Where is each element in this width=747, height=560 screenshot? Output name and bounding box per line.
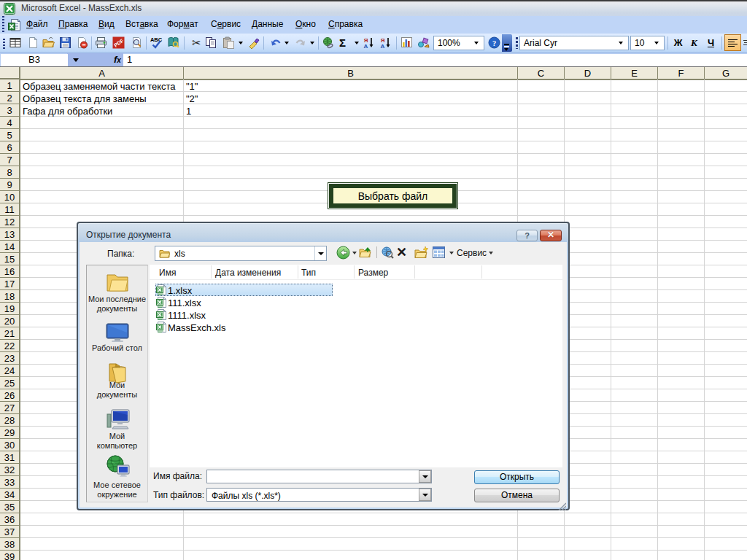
svg-text:A: A <box>381 43 385 49</box>
svg-text:✂: ✂ <box>192 36 201 49</box>
svg-text:A: A <box>364 43 368 49</box>
svg-text:?: ? <box>492 39 496 47</box>
svg-text:ABC: ABC <box>150 36 163 43</box>
